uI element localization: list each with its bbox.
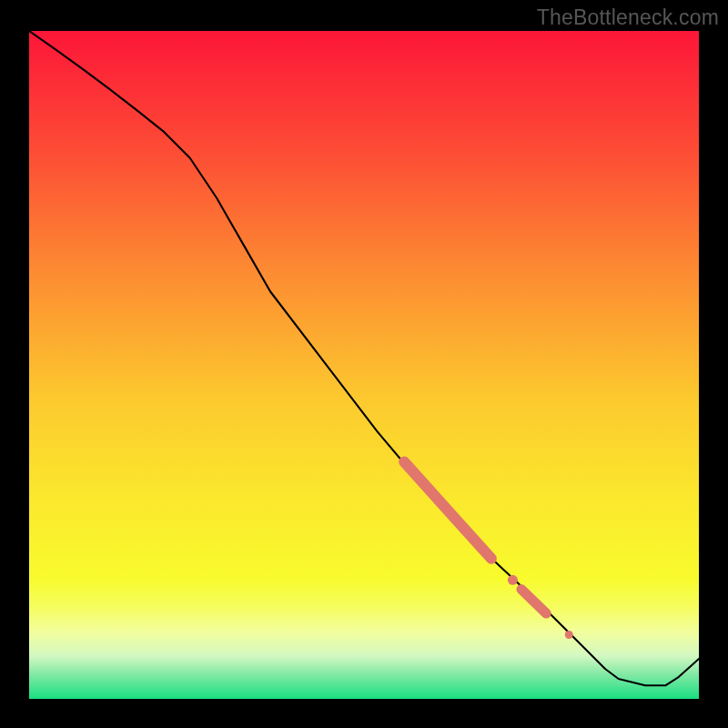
plot-area [29,31,699,699]
gradient-background [29,31,699,699]
highlight-dot-2 [565,631,573,639]
chart-svg [29,31,699,699]
chart-container: TheBottleneck.com [0,0,728,728]
watermark-text: TheBottleneck.com [537,5,719,30]
highlight-dot-1 [508,575,518,585]
